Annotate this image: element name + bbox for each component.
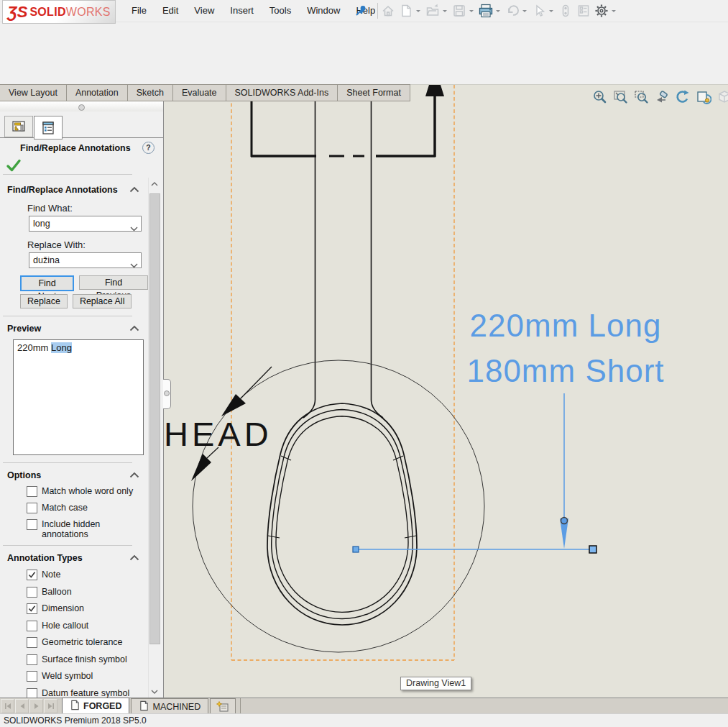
drawing-graphics-area[interactable]: 220mm Long 180mm Short HEAD Drawing View… <box>164 84 728 698</box>
previous-sheet-button[interactable] <box>15 699 29 713</box>
checkbox-row[interactable]: Balloon <box>27 587 148 598</box>
options-list-icon[interactable] <box>575 2 592 19</box>
checkbox[interactable] <box>27 570 37 580</box>
panel-title: Find/Replace Annotations <box>20 143 131 153</box>
command-tab[interactable]: Annotation <box>66 84 128 101</box>
checkbox[interactable] <box>27 654 37 665</box>
menu-item[interactable]: Window <box>299 2 348 19</box>
checkbox[interactable] <box>27 519 37 530</box>
undo-caret[interactable] <box>522 10 527 14</box>
collapse-chevron-icon[interactable] <box>129 470 139 480</box>
zoom-to-area-icon[interactable] <box>632 88 650 106</box>
note-annotation-selected[interactable]: 220mm Long 180mm Short <box>422 303 709 393</box>
sheet-tab-label: MACHINED <box>152 702 201 712</box>
tab-feature-manager[interactable] <box>4 116 33 137</box>
command-tab[interactable]: Sheet Format <box>337 84 410 101</box>
status-text: SOLIDWORKS Premium 2018 SP5.0 <box>4 715 147 726</box>
collapse-chevron-icon[interactable] <box>129 552 139 563</box>
next-sheet-button[interactable] <box>29 699 43 713</box>
help-icon[interactable]: ? <box>142 142 155 154</box>
checkbox-row[interactable]: Surface finish symbol <box>27 654 148 665</box>
sheet-tab-forged[interactable]: FORGED <box>62 698 129 714</box>
open-icon[interactable] <box>424 2 441 19</box>
print-icon[interactable] <box>477 2 494 19</box>
command-tab[interactable]: Sketch <box>127 84 173 101</box>
find-previous-button[interactable]: Find Previous <box>79 275 148 290</box>
rotate-view-icon[interactable] <box>674 88 691 106</box>
find-next-button[interactable]: Find Next <box>20 275 74 291</box>
new-document-icon[interactable] <box>397 2 415 19</box>
checkbox[interactable] <box>27 688 37 698</box>
menu-item[interactable]: File <box>124 2 155 19</box>
print-caret[interactable] <box>496 10 500 14</box>
add-sheet-button[interactable] <box>210 698 236 714</box>
checkbox[interactable] <box>27 637 37 648</box>
settings-caret[interactable] <box>612 10 616 14</box>
command-tab[interactable]: View Layout <box>0 84 67 101</box>
save-icon[interactable] <box>451 2 468 19</box>
zoom-window-icon[interactable] <box>612 88 629 106</box>
panel-splitter-handle[interactable] <box>163 379 171 409</box>
chevron-down-icon[interactable] <box>130 221 138 236</box>
menu-item[interactable]: Edit <box>155 2 186 19</box>
replace-with-combobox[interactable]: dužina <box>29 252 142 268</box>
pin-icon[interactable] <box>354 4 367 17</box>
select-caret[interactable] <box>549 10 553 14</box>
sheet-tab-label: FORGED <box>83 701 121 711</box>
brand-name-light: WORKS <box>66 6 111 19</box>
last-sheet-button[interactable] <box>44 699 57 713</box>
checkbox-row[interactable]: Datum feature symbol <box>27 688 148 698</box>
command-manager-collapse-strip[interactable] <box>0 101 163 112</box>
settings-gear-icon[interactable] <box>593 2 610 19</box>
scroll-up-icon[interactable] <box>149 178 160 190</box>
checkbox-row[interactable]: Match whole word only <box>27 486 148 497</box>
checkbox-row[interactable]: Geometric tolerance <box>27 637 148 648</box>
chevron-down-icon[interactable] <box>130 258 138 273</box>
ok-check-icon[interactable] <box>6 157 22 173</box>
find-what-label: Find What: <box>27 203 148 214</box>
checkbox[interactable] <box>27 621 37 631</box>
tab-property-manager[interactable] <box>34 116 63 140</box>
find-what-combobox[interactable]: long <box>29 216 142 232</box>
head-note-annotation[interactable]: HEAD <box>164 415 272 454</box>
checkbox[interactable] <box>27 671 37 682</box>
menu-item[interactable]: Tools <box>262 2 299 19</box>
home-icon[interactable] <box>379 2 397 19</box>
replace-button[interactable]: Replace <box>20 294 68 308</box>
checkbox-row[interactable]: Note <box>27 570 148 580</box>
menu-item[interactable]: Insert <box>222 2 262 19</box>
preview-box[interactable]: 220mm Long <box>13 339 144 455</box>
checkbox-row[interactable]: Weld symbol <box>27 671 148 682</box>
zoom-to-fit-icon[interactable] <box>591 88 608 106</box>
display-style-icon[interactable] <box>716 88 728 106</box>
sheet-tab-machined[interactable]: MACHINED <box>131 698 208 714</box>
scroll-down-icon[interactable] <box>149 685 160 698</box>
sheet-settings-icon[interactable] <box>695 88 712 106</box>
checkbox-row[interactable]: Include hidden annotations <box>27 519 148 539</box>
menu-item[interactable]: View <box>186 2 222 19</box>
panel-scrollbar[interactable] <box>148 178 160 698</box>
collapse-chevron-icon[interactable] <box>129 323 139 334</box>
command-tab[interactable]: SOLIDWORKS Add-Ins <box>226 84 338 101</box>
save-caret[interactable] <box>469 10 474 14</box>
checkbox[interactable] <box>27 503 37 513</box>
first-sheet-button[interactable] <box>1 699 14 713</box>
previous-view-icon[interactable] <box>653 88 671 106</box>
replace-all-button[interactable]: Replace All <box>73 294 132 308</box>
checkbox-row[interactable]: Dimension <box>27 603 148 614</box>
checkbox[interactable] <box>27 603 37 614</box>
component-icon[interactable] <box>557 2 574 19</box>
new-document-caret[interactable] <box>416 10 420 14</box>
find-replace-section-header: Find/Replace Annotations <box>7 185 118 195</box>
undo-icon[interactable] <box>504 2 521 19</box>
open-caret[interactable] <box>443 10 447 14</box>
checkbox[interactable] <box>27 486 37 497</box>
select-icon[interactable] <box>530 2 548 19</box>
checkbox-row[interactable]: Match case <box>27 503 148 513</box>
command-tab[interactable]: Evaluate <box>172 84 226 101</box>
scrollbar-thumb[interactable] <box>149 193 160 644</box>
checkbox-row[interactable]: Hole callout <box>27 621 148 631</box>
panel-tab-bar <box>4 116 63 140</box>
checkbox[interactable] <box>27 587 37 598</box>
collapse-chevron-icon[interactable] <box>129 184 139 195</box>
